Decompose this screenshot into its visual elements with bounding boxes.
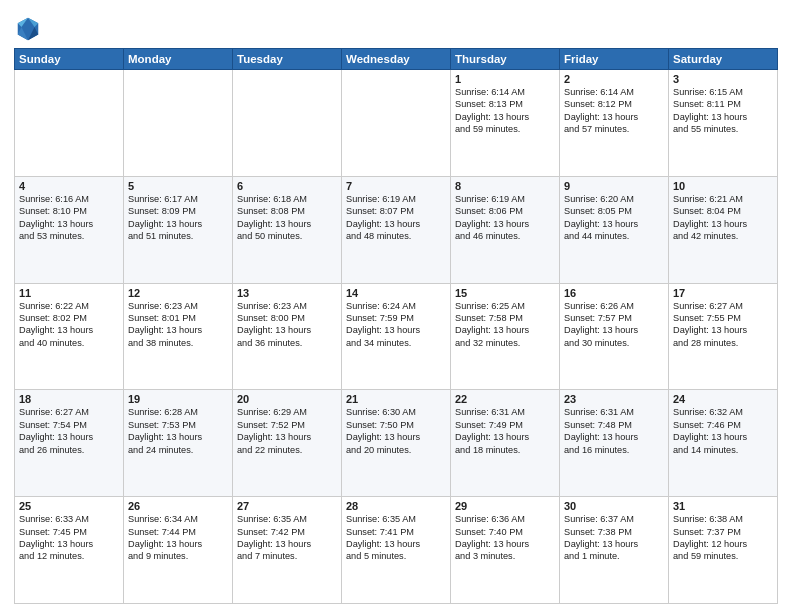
calendar-cell: 9Sunrise: 6:20 AM Sunset: 8:05 PM Daylig… — [560, 176, 669, 283]
calendar-cell: 2Sunrise: 6:14 AM Sunset: 8:12 PM Daylig… — [560, 70, 669, 177]
calendar-cell: 8Sunrise: 6:19 AM Sunset: 8:06 PM Daylig… — [451, 176, 560, 283]
daylight-hours: Sunrise: 6:31 AM Sunset: 7:49 PM Dayligh… — [455, 406, 555, 456]
daylight-hours: Sunrise: 6:27 AM Sunset: 7:54 PM Dayligh… — [19, 406, 119, 456]
daylight-hours: Sunrise: 6:14 AM Sunset: 8:12 PM Dayligh… — [564, 86, 664, 136]
calendar-week-4: 18Sunrise: 6:27 AM Sunset: 7:54 PM Dayli… — [15, 390, 778, 497]
daylight-hours: Sunrise: 6:31 AM Sunset: 7:48 PM Dayligh… — [564, 406, 664, 456]
daylight-hours: Sunrise: 6:38 AM Sunset: 7:37 PM Dayligh… — [673, 513, 773, 563]
day-number: 7 — [346, 180, 446, 192]
calendar-cell: 16Sunrise: 6:26 AM Sunset: 7:57 PM Dayli… — [560, 283, 669, 390]
calendar-cell: 29Sunrise: 6:36 AM Sunset: 7:40 PM Dayli… — [451, 497, 560, 604]
calendar-week-3: 11Sunrise: 6:22 AM Sunset: 8:02 PM Dayli… — [15, 283, 778, 390]
col-header-wednesday: Wednesday — [342, 49, 451, 70]
day-number: 30 — [564, 500, 664, 512]
day-number: 18 — [19, 393, 119, 405]
calendar-cell: 1Sunrise: 6:14 AM Sunset: 8:13 PM Daylig… — [451, 70, 560, 177]
day-number: 3 — [673, 73, 773, 85]
col-header-friday: Friday — [560, 49, 669, 70]
calendar-cell: 15Sunrise: 6:25 AM Sunset: 7:58 PM Dayli… — [451, 283, 560, 390]
header — [14, 10, 778, 42]
day-number: 25 — [19, 500, 119, 512]
day-number: 24 — [673, 393, 773, 405]
day-number: 27 — [237, 500, 337, 512]
day-number: 10 — [673, 180, 773, 192]
calendar-header-row: SundayMondayTuesdayWednesdayThursdayFrid… — [15, 49, 778, 70]
calendar-cell: 23Sunrise: 6:31 AM Sunset: 7:48 PM Dayli… — [560, 390, 669, 497]
day-number: 28 — [346, 500, 446, 512]
daylight-hours: Sunrise: 6:30 AM Sunset: 7:50 PM Dayligh… — [346, 406, 446, 456]
day-number: 19 — [128, 393, 228, 405]
day-number: 23 — [564, 393, 664, 405]
calendar-cell: 10Sunrise: 6:21 AM Sunset: 8:04 PM Dayli… — [669, 176, 778, 283]
daylight-hours: Sunrise: 6:33 AM Sunset: 7:45 PM Dayligh… — [19, 513, 119, 563]
daylight-hours: Sunrise: 6:24 AM Sunset: 7:59 PM Dayligh… — [346, 300, 446, 350]
day-number: 20 — [237, 393, 337, 405]
day-number: 4 — [19, 180, 119, 192]
day-number: 14 — [346, 287, 446, 299]
calendar-week-1: 1Sunrise: 6:14 AM Sunset: 8:13 PM Daylig… — [15, 70, 778, 177]
day-number: 5 — [128, 180, 228, 192]
calendar-cell — [124, 70, 233, 177]
day-number: 21 — [346, 393, 446, 405]
day-number: 16 — [564, 287, 664, 299]
daylight-hours: Sunrise: 6:15 AM Sunset: 8:11 PM Dayligh… — [673, 86, 773, 136]
col-header-thursday: Thursday — [451, 49, 560, 70]
daylight-hours: Sunrise: 6:35 AM Sunset: 7:41 PM Dayligh… — [346, 513, 446, 563]
calendar-cell: 20Sunrise: 6:29 AM Sunset: 7:52 PM Dayli… — [233, 390, 342, 497]
col-header-saturday: Saturday — [669, 49, 778, 70]
day-number: 6 — [237, 180, 337, 192]
daylight-hours: Sunrise: 6:14 AM Sunset: 8:13 PM Dayligh… — [455, 86, 555, 136]
day-number: 15 — [455, 287, 555, 299]
calendar-cell: 7Sunrise: 6:19 AM Sunset: 8:07 PM Daylig… — [342, 176, 451, 283]
daylight-hours: Sunrise: 6:36 AM Sunset: 7:40 PM Dayligh… — [455, 513, 555, 563]
calendar-cell: 19Sunrise: 6:28 AM Sunset: 7:53 PM Dayli… — [124, 390, 233, 497]
daylight-hours: Sunrise: 6:16 AM Sunset: 8:10 PM Dayligh… — [19, 193, 119, 243]
col-header-tuesday: Tuesday — [233, 49, 342, 70]
daylight-hours: Sunrise: 6:19 AM Sunset: 8:06 PM Dayligh… — [455, 193, 555, 243]
calendar-week-2: 4Sunrise: 6:16 AM Sunset: 8:10 PM Daylig… — [15, 176, 778, 283]
daylight-hours: Sunrise: 6:37 AM Sunset: 7:38 PM Dayligh… — [564, 513, 664, 563]
daylight-hours: Sunrise: 6:26 AM Sunset: 7:57 PM Dayligh… — [564, 300, 664, 350]
daylight-hours: Sunrise: 6:29 AM Sunset: 7:52 PM Dayligh… — [237, 406, 337, 456]
page: SundayMondayTuesdayWednesdayThursdayFrid… — [0, 0, 792, 612]
calendar-cell: 3Sunrise: 6:15 AM Sunset: 8:11 PM Daylig… — [669, 70, 778, 177]
day-number: 31 — [673, 500, 773, 512]
daylight-hours: Sunrise: 6:27 AM Sunset: 7:55 PM Dayligh… — [673, 300, 773, 350]
daylight-hours: Sunrise: 6:17 AM Sunset: 8:09 PM Dayligh… — [128, 193, 228, 243]
daylight-hours: Sunrise: 6:20 AM Sunset: 8:05 PM Dayligh… — [564, 193, 664, 243]
calendar-cell: 21Sunrise: 6:30 AM Sunset: 7:50 PM Dayli… — [342, 390, 451, 497]
day-number: 22 — [455, 393, 555, 405]
calendar-cell: 5Sunrise: 6:17 AM Sunset: 8:09 PM Daylig… — [124, 176, 233, 283]
calendar-table: SundayMondayTuesdayWednesdayThursdayFrid… — [14, 48, 778, 604]
calendar-cell: 24Sunrise: 6:32 AM Sunset: 7:46 PM Dayli… — [669, 390, 778, 497]
calendar-cell: 13Sunrise: 6:23 AM Sunset: 8:00 PM Dayli… — [233, 283, 342, 390]
calendar-cell: 22Sunrise: 6:31 AM Sunset: 7:49 PM Dayli… — [451, 390, 560, 497]
calendar-cell: 17Sunrise: 6:27 AM Sunset: 7:55 PM Dayli… — [669, 283, 778, 390]
daylight-hours: Sunrise: 6:22 AM Sunset: 8:02 PM Dayligh… — [19, 300, 119, 350]
logo-icon — [14, 14, 42, 42]
day-number: 17 — [673, 287, 773, 299]
calendar-cell: 18Sunrise: 6:27 AM Sunset: 7:54 PM Dayli… — [15, 390, 124, 497]
daylight-hours: Sunrise: 6:35 AM Sunset: 7:42 PM Dayligh… — [237, 513, 337, 563]
daylight-hours: Sunrise: 6:21 AM Sunset: 8:04 PM Dayligh… — [673, 193, 773, 243]
calendar-cell: 14Sunrise: 6:24 AM Sunset: 7:59 PM Dayli… — [342, 283, 451, 390]
daylight-hours: Sunrise: 6:34 AM Sunset: 7:44 PM Dayligh… — [128, 513, 228, 563]
calendar-cell — [342, 70, 451, 177]
calendar-cell: 11Sunrise: 6:22 AM Sunset: 8:02 PM Dayli… — [15, 283, 124, 390]
daylight-hours: Sunrise: 6:19 AM Sunset: 8:07 PM Dayligh… — [346, 193, 446, 243]
calendar-cell: 26Sunrise: 6:34 AM Sunset: 7:44 PM Dayli… — [124, 497, 233, 604]
calendar-cell: 25Sunrise: 6:33 AM Sunset: 7:45 PM Dayli… — [15, 497, 124, 604]
logo — [14, 14, 46, 42]
day-number: 1 — [455, 73, 555, 85]
daylight-hours: Sunrise: 6:28 AM Sunset: 7:53 PM Dayligh… — [128, 406, 228, 456]
calendar-cell: 30Sunrise: 6:37 AM Sunset: 7:38 PM Dayli… — [560, 497, 669, 604]
day-number: 29 — [455, 500, 555, 512]
daylight-hours: Sunrise: 6:32 AM Sunset: 7:46 PM Dayligh… — [673, 406, 773, 456]
col-header-sunday: Sunday — [15, 49, 124, 70]
calendar-cell — [233, 70, 342, 177]
calendar-cell — [15, 70, 124, 177]
calendar-cell: 4Sunrise: 6:16 AM Sunset: 8:10 PM Daylig… — [15, 176, 124, 283]
calendar-cell: 27Sunrise: 6:35 AM Sunset: 7:42 PM Dayli… — [233, 497, 342, 604]
daylight-hours: Sunrise: 6:23 AM Sunset: 8:00 PM Dayligh… — [237, 300, 337, 350]
calendar-cell: 12Sunrise: 6:23 AM Sunset: 8:01 PM Dayli… — [124, 283, 233, 390]
